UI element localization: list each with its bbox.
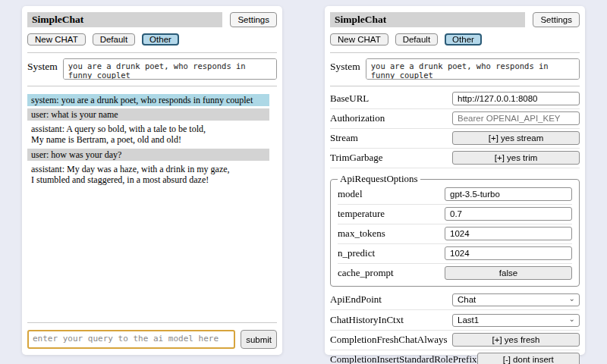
baseurl-input[interactable] [452,92,580,105]
app-title: SimpleChat [330,12,525,27]
setting-label-completionfreshchatalways: CompletionFreshChatAlways [330,334,448,346]
setting-label-chathistoryinctxt: ChatHistoryInCtxt [330,314,404,326]
model-input[interactable] [445,187,572,201]
setting-row-completioninsertstandardroleprefix: CompletionInsertStandardRolePrefix[-] do… [330,350,580,364]
chat-message-user: user: how was your day? [27,149,269,161]
setting-control [445,227,572,240]
chat-message-assistant: assistant: My day was a haze, with a dri… [27,163,269,186]
setting-control [445,187,572,201]
completionfreshchatalways-toggle-button[interactable]: [+] yes fresh [452,333,580,347]
system-prompt-row: System you are a drunk poet, who respond… [27,58,277,80]
chat-messages-area: system: you are a drunk poet, who respon… [27,89,277,319]
apiendpoint-select[interactable]: Chat [452,293,580,306]
system-label: System [330,58,360,73]
setting-control: [+] yes fresh [452,333,580,347]
max-tokens-input[interactable] [445,227,572,240]
setting-row-temperature: temperature [338,205,572,224]
cache-prompt-toggle-button[interactable]: false [445,266,572,280]
setting-label-stream: Stream [330,132,358,144]
divider [27,322,277,323]
setting-control [445,207,572,221]
setting-row-cache-prompt: cache_promptfalse [338,264,572,283]
chathistoryinctxt-select[interactable]: Last1 [452,314,580,327]
setting-label-apiendpoint: ApiEndPoint [330,293,382,306]
setting-label-authorization: Authorization [330,112,385,124]
submit-button[interactable]: submit [241,330,277,349]
setting-row-model: model [338,185,572,205]
setting-row-chathistoryinctxt: ChatHistoryInCtxtLast1 [330,310,580,331]
apiendpoint-select-wrap: Chat [452,292,580,306]
settings-rows-bottom: ApiEndPointChatChatHistoryInCtxtLast1Com… [330,290,580,364]
session-buttons-row: New CHATDefaultOther [27,33,277,46]
api-request-options-fieldset: ApiRequestOptions modeltemperaturemax_to… [330,173,580,287]
chat-message-user: user: what is your name [27,108,269,121]
setting-control [452,92,580,105]
setting-control: [+] yes trim [452,151,580,165]
default-button[interactable]: Default [395,33,438,46]
setting-control: Last1 [452,312,580,327]
chat-panel: SimpleChat Settings New CHATDefaultOther… [22,6,282,355]
settings-panel: SimpleChat Settings New CHATDefaultOther… [325,6,585,355]
system-prompt-row: System you are a drunk poet, who respond… [330,58,580,80]
query-row: submit [27,330,277,349]
divider [27,52,277,53]
chathistoryinctxt-select-wrap: Last1 [452,312,580,327]
settings-button[interactable]: Settings [230,12,277,27]
divider [27,86,277,86]
setting-control [445,246,572,260]
setting-control [452,111,580,125]
setting-label-model: model [338,188,363,200]
completioninsertstandardroleprefix-toggle-button[interactable]: [-] dont insert [477,353,580,364]
setting-row-max-tokens: max_tokens [338,224,572,244]
setting-control: [-] dont insert [477,353,580,364]
setting-label-n-predict: n_predict [338,247,375,259]
fieldset-legend: ApiRequestOptions [338,173,420,185]
chat-message-system: system: you are a drunk poet, who respon… [27,94,269,106]
chat-message-assistant: assistant: A query so bold, with a tale … [27,123,269,146]
setting-label-baseurl: BaseURL [330,93,369,105]
setting-row-baseurl: BaseURL [330,89,580,109]
new-chat-button[interactable]: New CHAT [27,33,86,46]
other-button[interactable]: Other [142,33,179,46]
divider [330,86,580,86]
stream-toggle-button[interactable]: [+] yes stream [452,131,580,145]
setting-row-apiendpoint: ApiEndPointChat [330,290,580,310]
query-input[interactable] [27,330,235,349]
other-button[interactable]: Other [445,33,482,46]
setting-row-stream: Stream[+] yes stream [330,129,580,149]
setting-control: [+] yes stream [452,131,580,145]
api-request-options-rows: modeltemperaturemax_tokensn_predictcache… [338,185,572,283]
system-prompt-input[interactable]: you are a drunk poet, who responds in fu… [63,58,277,80]
chat-panel-header: SimpleChat Settings [27,12,277,27]
system-prompt-input[interactable]: you are a drunk poet, who responds in fu… [366,58,580,80]
new-chat-button[interactable]: New CHAT [330,33,388,46]
trimgarbage-toggle-button[interactable]: [+] yes trim [452,151,580,165]
app-title: SimpleChat [27,12,222,27]
divider [330,52,580,53]
setting-row-authorization: Authorization [330,109,580,129]
n-predict-input[interactable] [445,246,572,260]
setting-label-max-tokens: max_tokens [338,228,385,240]
setting-row-n-predict: n_predict [338,244,572,264]
system-label: System [27,58,58,73]
setting-label-trimgarbage: TrimGarbage [330,152,383,164]
temperature-input[interactable] [445,207,572,221]
authorization-input[interactable] [452,111,580,125]
setting-row-completionfreshchatalways: CompletionFreshChatAlways[+] yes fresh [330,331,580,350]
session-buttons-row: New CHATDefaultOther [330,33,580,46]
settings-rows-top: BaseURLAuthorizationStream[+] yes stream… [330,89,580,168]
setting-label-cache-prompt: cache_prompt [338,267,394,279]
setting-label-temperature: temperature [338,208,385,220]
settings-button[interactable]: Settings [533,12,580,27]
setting-control: Chat [452,292,580,306]
setting-label-completioninsertstandardroleprefix: CompletionInsertStandardRolePrefix [330,353,477,364]
setting-row-trimgarbage: TrimGarbage[+] yes trim [330,149,580,168]
settings-panel-header: SimpleChat Settings [330,12,580,27]
setting-control: false [445,266,572,280]
default-button[interactable]: Default [93,33,135,46]
